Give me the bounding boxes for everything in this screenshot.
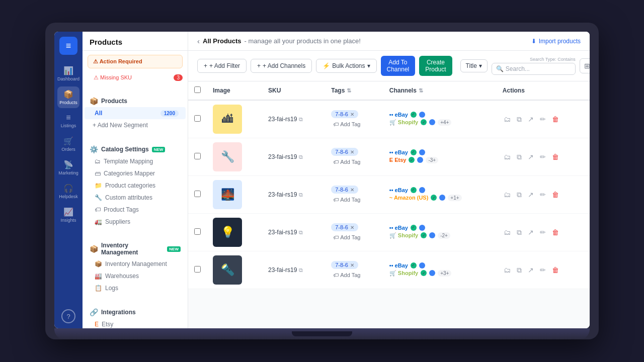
- more-channels-badge[interactable]: +4+: [438, 119, 451, 126]
- missing-sku-row[interactable]: ⚠ Missing SKU 3: [83, 72, 188, 83]
- actions-cell: 🗂 ⧉ ↗ ✏ 🗑: [503, 265, 584, 276]
- view-action-icon[interactable]: 🗂: [503, 152, 512, 162]
- channels-cell: •• eBay ✓ E Etsy ✓ -3+: [383, 138, 497, 176]
- action-required-banner[interactable]: ⚠ Action Required: [88, 55, 183, 68]
- copy-icon[interactable]: ⧉: [299, 116, 303, 123]
- row-checkbox[interactable]: [194, 153, 201, 159]
- add-tag-button[interactable]: 🏷 Add Tag: [331, 196, 377, 204]
- view-action-icon[interactable]: 🗂: [503, 190, 512, 200]
- row-checkbox[interactable]: [194, 266, 201, 273]
- duplicate-action-icon[interactable]: ⧉: [516, 190, 523, 200]
- edit-action-icon[interactable]: ✏: [539, 114, 547, 124]
- sidebar-item-listings[interactable]: ≡ Listings: [57, 110, 79, 131]
- current-page-title: All Products: [203, 37, 242, 45]
- more-channels-badge[interactable]: -2+: [438, 232, 450, 239]
- sidebar-item-template-mapping[interactable]: 🗂Template Mapping: [85, 155, 186, 167]
- bulk-actions-button[interactable]: ⚡ Bulk Actions ▾: [316, 59, 376, 73]
- row-checkbox[interactable]: [194, 115, 201, 122]
- copy-icon[interactable]: ⧉: [299, 154, 303, 160]
- add-tag-button[interactable]: 🏷 Add Tag: [331, 158, 377, 166]
- import-products-button[interactable]: ⬇ Import products: [531, 38, 581, 45]
- app-logo[interactable]: ≡: [59, 37, 77, 55]
- edit-action-icon[interactable]: ✏: [539, 265, 547, 275]
- add-filter-button[interactable]: + + Add Filter: [197, 59, 247, 73]
- sidebar-item-products[interactable]: 📦 Products: [57, 86, 79, 108]
- create-product-button[interactable]: Create Product: [419, 56, 452, 76]
- duplicate-action-icon[interactable]: ⧉: [516, 114, 523, 125]
- more-channels-badge[interactable]: -3+: [426, 157, 438, 163]
- add-tag-button[interactable]: 🏷 Add Tag: [331, 120, 377, 128]
- channel-row: E Etsy ✓ -3+: [389, 157, 491, 163]
- export-action-icon[interactable]: ↗: [527, 227, 535, 237]
- add-to-channel-button[interactable]: Add To Channel: [381, 56, 416, 76]
- row-checkbox[interactable]: [194, 228, 201, 235]
- tag-remove-icon[interactable]: ✕: [350, 262, 354, 268]
- edit-action-icon[interactable]: ✏: [539, 190, 547, 200]
- channels-sort-icon: ⇅: [419, 87, 423, 94]
- copy-icon[interactable]: ⧉: [299, 192, 303, 198]
- tag-remove-icon[interactable]: ✕: [350, 112, 354, 117]
- export-action-icon[interactable]: ↗: [527, 152, 535, 162]
- status-blue-dot: [419, 112, 425, 118]
- add-tag-button[interactable]: 🏷 Add Tag: [331, 233, 377, 241]
- row-checkbox[interactable]: [194, 191, 201, 197]
- export-action-icon[interactable]: ↗: [527, 265, 535, 275]
- sidebar-item-product-categories[interactable]: 📁Product categories: [85, 179, 186, 192]
- channel-row: 🛒 Shopify ✓ -2+: [389, 232, 491, 239]
- status-active-dot: ✓: [411, 112, 417, 118]
- label-icon: 🏷: [333, 197, 339, 203]
- sidebar-item-logs[interactable]: 📋Logs: [85, 282, 186, 294]
- edit-action-icon[interactable]: ✏: [539, 152, 547, 162]
- view-action-icon[interactable]: 🗂: [503, 265, 512, 275]
- delete-action-icon[interactable]: 🗑: [551, 152, 560, 162]
- add-tag-button[interactable]: 🏷 Add Tag: [331, 271, 377, 279]
- view-action-icon[interactable]: 🗂: [503, 227, 512, 237]
- sidebar-item-product-tags[interactable]: 🏷Product Tags: [85, 204, 186, 216]
- export-action-icon[interactable]: ↗: [527, 114, 535, 124]
- delete-action-icon[interactable]: 🗑: [551, 190, 560, 200]
- sidebar-item-helpdesk[interactable]: 🎧 Helpdesk: [57, 180, 79, 202]
- sidebar-item-suppliers[interactable]: 🚛Suppliers: [85, 216, 186, 228]
- segment-all[interactable]: All 1200: [85, 107, 186, 119]
- add-channels-button[interactable]: + + Add Channels: [251, 59, 312, 73]
- search-input[interactable]: [506, 65, 571, 72]
- sidebar-item-dashboard[interactable]: 📊 Dashboard: [57, 63, 79, 84]
- copy-icon[interactable]: ⧉: [299, 229, 303, 236]
- more-channels-badge[interactable]: +1+: [448, 195, 461, 201]
- sidebar-item-categories-mapper[interactable]: 🗃Categories Mapper: [85, 167, 186, 179]
- back-button[interactable]: ‹: [197, 37, 200, 45]
- grid-view-button[interactable]: ⊞: [580, 58, 590, 73]
- integrations-section: 🔗 Integrations E Etsy e eBay: [83, 302, 188, 328]
- bulk-actions-icon: ⚡: [323, 62, 330, 69]
- sidebar-item-inventory-management[interactable]: 📦Inventory Management: [85, 258, 186, 270]
- copy-icon[interactable]: ⧉: [299, 267, 303, 274]
- delete-action-icon[interactable]: 🗑: [551, 114, 560, 124]
- sidebar-item-etsy[interactable]: E Etsy: [85, 318, 186, 328]
- duplicate-action-icon[interactable]: ⧉: [516, 227, 523, 238]
- export-action-icon[interactable]: ↗: [527, 190, 535, 200]
- sku-cell: 23-fai-rs19⧉: [268, 116, 319, 123]
- duplicate-action-icon[interactable]: ⧉: [516, 265, 523, 276]
- sidebar-item-marketing[interactable]: 📡 Marketing: [57, 157, 79, 178]
- view-action-icon[interactable]: 🗂: [503, 114, 512, 124]
- tag-remove-icon[interactable]: ✕: [350, 187, 354, 193]
- select-all-checkbox[interactable]: [194, 86, 201, 93]
- title-select[interactable]: Title ▾: [460, 59, 488, 72]
- add-segment-button[interactable]: + Add New Segment: [83, 119, 188, 131]
- help-button[interactable]: ?: [61, 309, 75, 323]
- status-active-dot: ✓: [421, 119, 427, 125]
- orders-icon: 🛒: [63, 136, 73, 146]
- tag-remove-icon[interactable]: ✕: [350, 149, 354, 155]
- delete-action-icon[interactable]: 🗑: [551, 227, 560, 237]
- sidebar-item-insights[interactable]: 📈 Insights: [57, 204, 79, 226]
- sku-cell: 23-fai-rs19⧉: [268, 266, 319, 274]
- create-product-label: Create Product: [425, 59, 446, 73]
- sidebar-item-orders[interactable]: 🛒 Orders: [57, 133, 79, 155]
- sidebar-item-custom-attributes[interactable]: 🔧Custom attributes: [85, 192, 186, 204]
- more-channels-badge[interactable]: +3+: [438, 270, 451, 277]
- tag-remove-icon[interactable]: ✕: [350, 225, 354, 230]
- sidebar-item-warehouses[interactable]: 🏭Warehouses: [85, 270, 186, 282]
- delete-action-icon[interactable]: 🗑: [551, 265, 560, 275]
- duplicate-action-icon[interactable]: ⧉: [516, 152, 523, 162]
- edit-action-icon[interactable]: ✏: [539, 227, 547, 237]
